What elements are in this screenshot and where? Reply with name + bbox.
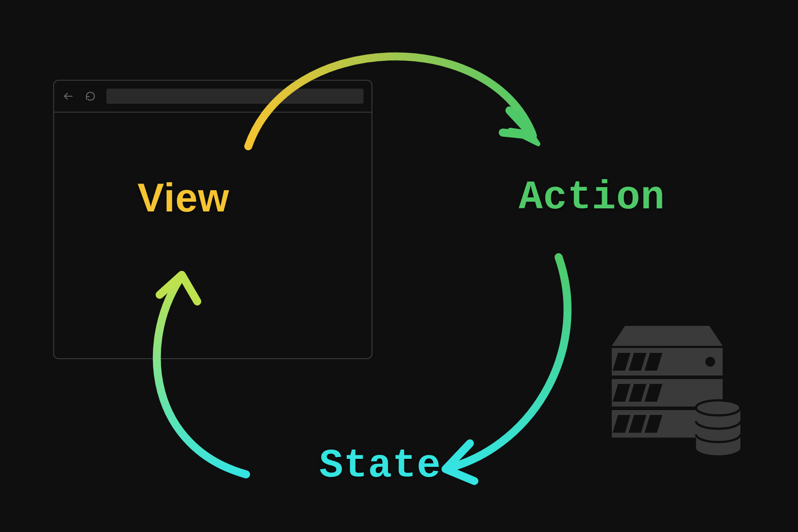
node-action: Action — [519, 175, 665, 220]
back-arrow-icon — [62, 90, 74, 102]
url-bar — [106, 89, 364, 104]
diagram-stage: View Action State — [0, 0, 798, 532]
arrow-action-to-state — [446, 257, 567, 481]
node-state: State — [319, 443, 441, 489]
server-storage-icon — [607, 306, 745, 457]
svg-marker-1 — [612, 326, 723, 346]
svg-point-8 — [705, 357, 715, 367]
svg-marker-23 — [509, 112, 543, 144]
refresh-icon — [84, 90, 97, 102]
node-view: View — [137, 175, 229, 221]
browser-toolbar — [54, 81, 372, 113]
